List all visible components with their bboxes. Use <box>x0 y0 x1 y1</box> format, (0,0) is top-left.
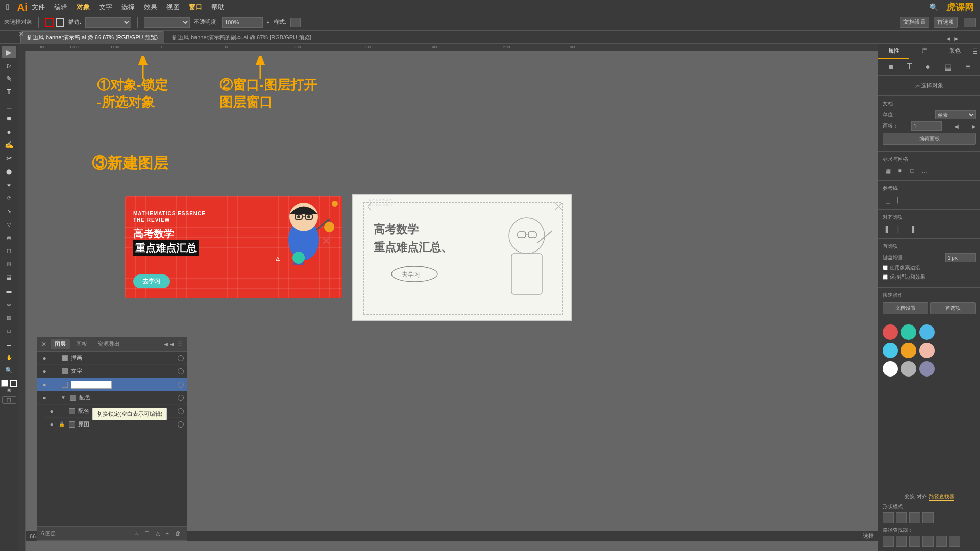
layer-lock-color2[interactable] <box>58 407 66 415</box>
swatch-salmon[interactable] <box>919 343 935 358</box>
swatch-bluegray[interactable] <box>919 361 935 377</box>
layer-lock-text[interactable] <box>51 367 59 375</box>
layer-visibility-text[interactable]: ● <box>40 367 48 375</box>
guide-icon-1[interactable]: ⎯ <box>883 195 893 205</box>
stroke-selector[interactable] <box>85 17 131 28</box>
preferences-button[interactable]: 首选项 <box>934 17 958 28</box>
swatch-red[interactable] <box>883 324 898 340</box>
path-finder-2[interactable] <box>896 536 907 547</box>
layer-row-drawing[interactable]: ● 描画 <box>37 352 187 365</box>
tab-libraries[interactable]: 库 <box>909 44 940 59</box>
gradient-tool[interactable]: ▬ <box>2 285 16 297</box>
zoom-tool[interactable]: 🔍 <box>2 364 16 377</box>
layer-visibility-original[interactable]: ● <box>47 420 56 429</box>
shape-mode-3[interactable] <box>909 512 920 523</box>
stroke-swatch[interactable] <box>56 18 64 27</box>
pencil-tool[interactable]: ✍ <box>2 139 16 151</box>
layer-row-active[interactable]: ● <box>37 378 187 391</box>
tab-copy[interactable]: 插边风-banner演示稿的副本.ai @ 67% [RGB/GPU 预览] <box>165 31 318 43</box>
banner-cta-btn[interactable]: 去学习 <box>133 274 170 288</box>
new-layer-btn[interactable]: + <box>164 529 171 538</box>
right-icon-1[interactable]: ■ <box>888 62 893 72</box>
eraser-tool[interactable]: ★ <box>2 179 16 191</box>
tab-color[interactable]: 颜色 <box>940 44 970 59</box>
align-tab[interactable]: 对齐 <box>917 493 927 501</box>
opacity-input[interactable] <box>222 17 263 28</box>
artboard-prev[interactable]: ◀ <box>954 123 959 129</box>
layer-name-input-active[interactable] <box>71 381 112 389</box>
path-finder-3[interactable] <box>909 536 920 547</box>
style-swatch[interactable] <box>290 18 301 27</box>
menu-item-effects[interactable]: 效果 <box>144 3 157 12</box>
menu-item-text[interactable]: 文字 <box>99 3 112 12</box>
path-finder-5[interactable] <box>936 536 947 547</box>
apple-icon[interactable]:  <box>6 3 9 12</box>
layer-lock-drawing[interactable] <box>51 354 59 362</box>
shape-mode-4[interactable] <box>922 512 934 523</box>
right-icon-2[interactable]: T <box>907 62 912 72</box>
artboard-input[interactable] <box>911 121 942 131</box>
tab-main[interactable]: 插边风-banner演示稿.ai @ 66.67% (RGB/GPU 预览) <box>20 31 164 43</box>
shape-mode-2[interactable] <box>896 512 907 523</box>
shape-selector[interactable] <box>144 17 190 28</box>
layers-close-icon[interactable]: ✕ <box>41 341 46 348</box>
guide-icon-2[interactable]: ⎸ <box>895 195 905 205</box>
rect-tool[interactable]: ■ <box>2 112 16 124</box>
transform-tab[interactable]: 变换 <box>904 493 915 501</box>
blob-brush-tool[interactable]: ⬤ <box>2 165 16 178</box>
edit-artboard-btn[interactable]: 编辑画板 <box>883 133 976 145</box>
swatch-teal[interactable] <box>901 324 916 340</box>
layers-tab-artboards[interactable]: 画板 <box>72 339 91 349</box>
template-btn[interactable]: ☐ <box>142 529 152 538</box>
slice-tool[interactable]: ⚊ <box>2 338 16 350</box>
align-center-icon[interactable]: ▏ <box>895 224 905 234</box>
align-left-icon[interactable]: ▌ <box>883 224 893 234</box>
layer-row-text[interactable]: ● 文字 <box>37 365 187 378</box>
layer-visibility-color2[interactable]: ● <box>47 407 56 415</box>
menu-item-window[interactable]: 窗口 <box>189 3 202 12</box>
swatch-white[interactable] <box>883 361 898 377</box>
shape-builder-tool[interactable]: ☒ <box>2 258 16 270</box>
grid2-icon[interactable]: □ <box>907 166 917 176</box>
layer-visibility-drawing[interactable]: ● <box>40 354 48 362</box>
pathfinder-tab[interactable]: 路径查找器 <box>929 493 954 501</box>
new-layer-sublayer-btn[interactable]: □ <box>124 529 131 538</box>
search-icon[interactable]: 🔍 <box>929 3 938 11</box>
artboard-tool[interactable]: □ <box>2 324 16 337</box>
swatch-lightblue[interactable] <box>919 324 935 340</box>
tab-properties[interactable]: 属性 <box>878 44 909 59</box>
guide-icon-3[interactable]: ⎹ <box>907 195 917 205</box>
pen-tool[interactable]: ✎ <box>2 72 16 85</box>
panel-menu-icon[interactable]: ☰ <box>972 48 978 55</box>
path-finder-4[interactable] <box>922 536 934 547</box>
menu-item-edit[interactable]: 编辑 <box>54 3 67 12</box>
shape-mode-1[interactable] <box>883 512 894 523</box>
right-icon-4[interactable]: ▤ <box>944 62 952 72</box>
path-finder-1[interactable] <box>883 536 894 547</box>
artboard-next[interactable]: ▶ <box>972 123 976 129</box>
direct-select-tool[interactable]: ▷ <box>2 59 16 71</box>
fill-btn[interactable] <box>1 380 8 387</box>
grid-icon[interactable]: ■ <box>895 166 905 176</box>
menu-item-file[interactable]: 文件 <box>32 3 45 12</box>
text-tool[interactable]: T <box>2 86 16 98</box>
doc-settings-button[interactable]: 文档设置 <box>900 17 929 28</box>
align-right-icon[interactable]: ▐ <box>907 224 917 234</box>
menu-item-help[interactable]: 帮助 <box>211 3 225 12</box>
right-icon-3[interactable]: ● <box>925 62 930 72</box>
menu-item-view[interactable]: 视图 <box>166 3 180 12</box>
unit-select[interactable]: 像素 <box>935 110 976 119</box>
swatch-cyan[interactable] <box>883 343 898 358</box>
menu-item-object[interactable]: 对象 <box>77 3 90 12</box>
chart-tool[interactable]: ▩ <box>2 311 16 323</box>
select-tool[interactable]: ▶ <box>2 46 16 58</box>
mode-btn[interactable] <box>964 18 976 27</box>
width-tool[interactable]: W <box>2 232 16 244</box>
warp-tool[interactable]: ▽ <box>2 218 16 231</box>
ellipse-tool[interactable]: ● <box>2 126 16 138</box>
right-icon-5[interactable]: ≡ <box>965 62 970 72</box>
expand-arrow-color1[interactable]: ▼ <box>61 395 66 400</box>
panel-arrow-left[interactable]: ◄ <box>945 35 951 42</box>
layer-row-color2[interactable]: ● 配色 <box>44 405 187 418</box>
hand-tool[interactable]: ✋ <box>2 351 16 363</box>
